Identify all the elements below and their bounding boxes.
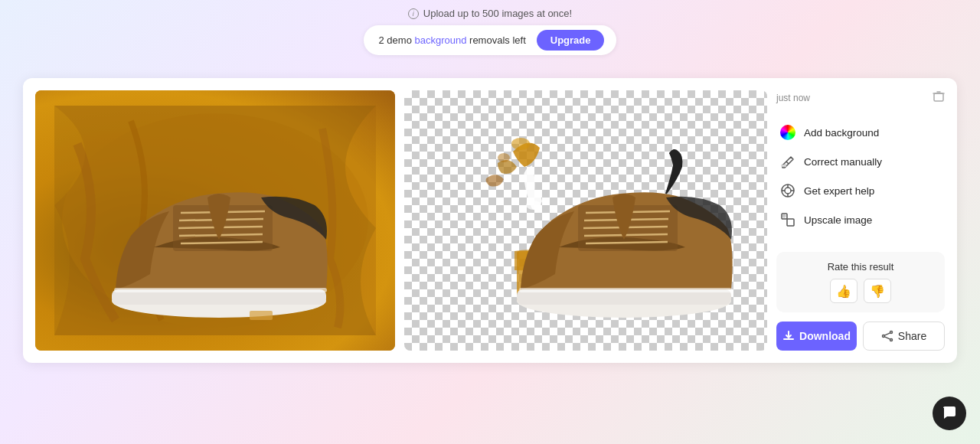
upscale-image-action[interactable]: Upscale image bbox=[776, 205, 945, 234]
delete-icon[interactable] bbox=[933, 90, 945, 106]
svg-rect-23 bbox=[519, 288, 732, 292]
correct-manually-label: Correct manually bbox=[804, 156, 882, 168]
sidebar: just now Add background bbox=[776, 90, 945, 351]
download-icon bbox=[782, 330, 795, 342]
upload-hint-text: Upload up to 500 images at once! bbox=[423, 8, 572, 19]
svg-point-27 bbox=[785, 188, 791, 194]
rate-title: Rate this result bbox=[786, 261, 936, 273]
demo-bar: 2 demo background removals left Upgrade bbox=[364, 25, 617, 55]
upload-hint-bar: i Upload up to 500 images at once! bbox=[408, 8, 572, 19]
get-expert-help-label: Get expert help bbox=[804, 185, 874, 197]
main-card: just now Add background bbox=[23, 78, 957, 363]
chat-support-button[interactable] bbox=[933, 397, 966, 430]
shoe-original-bg bbox=[35, 90, 395, 351]
share-button[interactable]: Share bbox=[863, 322, 945, 351]
upscale-image-label: Upscale image bbox=[804, 214, 872, 226]
svg-point-39 bbox=[882, 335, 884, 338]
svg-rect-24 bbox=[934, 93, 943, 101]
correct-manually-action[interactable]: Correct manually bbox=[776, 147, 945, 176]
svg-rect-10 bbox=[114, 288, 327, 292]
eraser-icon bbox=[779, 153, 796, 170]
sidebar-header: just now bbox=[776, 90, 945, 106]
demo-removals-text: 2 demo background removals left bbox=[379, 34, 526, 46]
download-label: Download bbox=[799, 330, 851, 342]
download-button[interactable]: Download bbox=[776, 322, 857, 351]
original-image-panel bbox=[35, 90, 395, 351]
share-label: Share bbox=[898, 330, 926, 342]
processed-image-panel bbox=[404, 90, 767, 351]
get-expert-help-action[interactable]: Get expert help bbox=[776, 176, 945, 205]
svg-rect-34 bbox=[787, 219, 794, 226]
svg-point-37 bbox=[890, 331, 892, 334]
share-icon bbox=[881, 330, 893, 342]
chat-icon bbox=[941, 405, 958, 422]
expert-help-icon bbox=[779, 182, 796, 199]
processed-shoe-svg bbox=[413, 106, 758, 335]
top-area: i Upload up to 500 images at once! 2 dem… bbox=[0, 0, 980, 78]
original-shoe-svg bbox=[54, 106, 376, 335]
svg-rect-9 bbox=[250, 311, 273, 320]
svg-line-40 bbox=[884, 333, 890, 335]
info-icon: i bbox=[408, 8, 419, 19]
upscale-icon bbox=[779, 211, 796, 228]
svg-rect-25 bbox=[782, 165, 786, 167]
svg-point-14 bbox=[526, 201, 541, 210]
svg-point-11 bbox=[511, 138, 530, 150]
add-background-label: Add background bbox=[804, 127, 879, 139]
upgrade-button[interactable]: Upgrade bbox=[537, 30, 605, 51]
add-background-action[interactable]: Add background bbox=[776, 118, 945, 147]
thumbs-up-button[interactable]: 👍 bbox=[830, 279, 858, 303]
svg-point-38 bbox=[890, 339, 892, 341]
timestamp: just now bbox=[776, 93, 810, 103]
svg-point-12 bbox=[498, 153, 510, 162]
color-wheel-icon bbox=[779, 124, 796, 141]
svg-line-41 bbox=[884, 337, 890, 339]
bottom-actions: Download Share bbox=[776, 322, 945, 351]
thumbs-down-button[interactable]: 👎 bbox=[864, 279, 891, 303]
rate-buttons: 👍 👎 bbox=[786, 279, 936, 303]
rate-section: Rate this result 👍 👎 bbox=[776, 252, 945, 312]
